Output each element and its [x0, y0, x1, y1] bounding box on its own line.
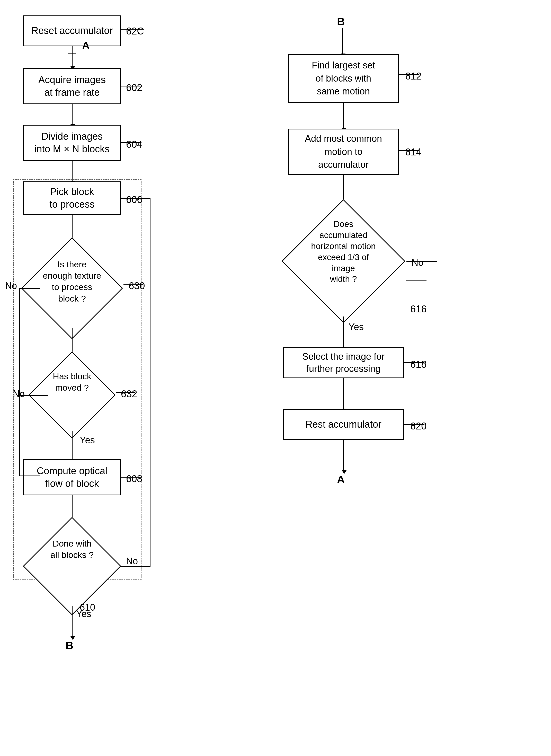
done-yes-label: Yes: [76, 609, 91, 619]
divide-images-box: Divide imagesinto M × N blocks: [23, 125, 121, 161]
done-diamond: Done withall blocks ?: [22, 526, 122, 606]
ref-632: 632: [121, 389, 137, 400]
texture-no-label: No: [5, 281, 17, 291]
texture-diamond: Is thereenough textureto processblock ?: [19, 248, 125, 328]
ref-602: 602: [126, 82, 142, 93]
done-no-label: No: [126, 556, 138, 566]
horiz-no-label: No: [412, 257, 423, 268]
add-common-box: Add most commonmotion toaccumulator: [288, 129, 399, 175]
ref-614: 614: [405, 147, 421, 158]
connector-b-bottom: B: [66, 640, 73, 652]
compute-optical-box: Compute opticalflow of block: [23, 459, 121, 495]
reset-accumulator-box: Reset accumulator: [23, 15, 121, 46]
connector-b-top: B: [337, 15, 345, 28]
moved-diamond: Has blockmoved ?: [27, 359, 117, 431]
ref-620: 620: [410, 421, 427, 432]
select-image-box: Select the image forfurther processing: [283, 347, 404, 378]
moved-no-label: No: [13, 389, 25, 399]
ref-612: 612: [405, 71, 421, 82]
flowchart-diagram: Reset accumulator 62C A Acquire imagesat…: [0, 0, 551, 756]
rest-accumulator-box: Rest accumulator: [283, 409, 404, 440]
ref-616: 616: [410, 304, 427, 315]
connector-a-output: A: [337, 473, 345, 486]
moved-yes-label: Yes: [80, 435, 95, 446]
ref-618: 618: [410, 359, 427, 370]
ref-604: 604: [126, 139, 142, 150]
horiz-yes-label: Yes: [349, 322, 364, 332]
horizontal-diamond: Doesaccumulatedhorizontal motionexceed 1…: [281, 206, 407, 317]
ref-608: 608: [126, 473, 142, 484]
acquire-images-box: Acquire imagesat frame rate: [23, 68, 121, 104]
ref-630: 630: [129, 281, 145, 292]
ref-62c: 62C: [126, 26, 144, 37]
connector-a-input: A: [82, 40, 89, 51]
find-largest-box: Find largest setof blocks withsame motio…: [288, 54, 399, 103]
